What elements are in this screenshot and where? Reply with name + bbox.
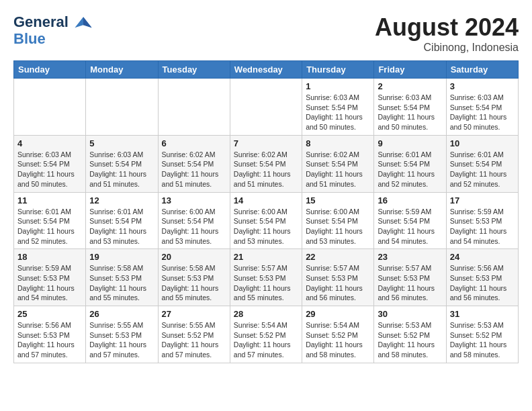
- day-info: Sunrise: 5:59 AM Sunset: 5:53 PM Dayligh…: [450, 207, 515, 246]
- day-number: 27: [162, 309, 226, 319]
- day-info: Sunrise: 6:01 AM Sunset: 5:54 PM Dayligh…: [378, 150, 442, 189]
- day-info: Sunrise: 6:00 AM Sunset: 5:54 PM Dayligh…: [306, 207, 370, 246]
- day-info: Sunrise: 6:02 AM Sunset: 5:54 PM Dayligh…: [162, 150, 226, 189]
- day-number: 13: [162, 195, 226, 205]
- day-number: 20: [162, 252, 226, 262]
- calendar-cell: 28Sunrise: 5:54 AM Sunset: 5:52 PM Dayli…: [230, 306, 302, 363]
- day-number: 18: [17, 252, 82, 262]
- calendar-cell: [158, 79, 230, 136]
- day-number: 3: [450, 81, 515, 91]
- day-number: 17: [450, 195, 515, 205]
- day-info: Sunrise: 6:03 AM Sunset: 5:54 PM Dayligh…: [378, 93, 442, 132]
- day-header-tuesday: Tuesday: [158, 61, 230, 79]
- day-number: 23: [378, 252, 442, 262]
- day-header-wednesday: Wednesday: [230, 61, 302, 79]
- day-info: Sunrise: 5:57 AM Sunset: 5:53 PM Dayligh…: [378, 263, 442, 303]
- calendar-cell: 2Sunrise: 6:03 AM Sunset: 5:54 PM Daylig…: [374, 79, 446, 136]
- calendar-cell: 20Sunrise: 5:58 AM Sunset: 5:53 PM Dayli…: [158, 249, 230, 306]
- day-number: 28: [234, 309, 298, 319]
- day-info: Sunrise: 6:03 AM Sunset: 5:54 PM Dayligh…: [450, 93, 515, 132]
- month-year: August 2024: [375, 13, 519, 42]
- day-number: 21: [234, 252, 298, 262]
- day-number: 2: [378, 81, 442, 91]
- calendar-cell: 4Sunrise: 6:03 AM Sunset: 5:54 PM Daylig…: [14, 135, 86, 192]
- day-info: Sunrise: 5:55 AM Sunset: 5:52 PM Dayligh…: [162, 320, 226, 360]
- day-info: Sunrise: 6:02 AM Sunset: 5:54 PM Dayligh…: [306, 150, 370, 189]
- calendar-week-row: 18Sunrise: 5:59 AM Sunset: 5:53 PM Dayli…: [14, 249, 519, 306]
- calendar-cell: 30Sunrise: 5:53 AM Sunset: 5:52 PM Dayli…: [374, 306, 446, 363]
- calendar-cell: 1Sunrise: 6:03 AM Sunset: 5:54 PM Daylig…: [302, 79, 374, 136]
- day-info: Sunrise: 5:58 AM Sunset: 5:53 PM Dayligh…: [89, 263, 154, 303]
- day-number: 24: [450, 252, 515, 262]
- day-number: 6: [162, 138, 226, 148]
- day-info: Sunrise: 5:57 AM Sunset: 5:53 PM Dayligh…: [234, 263, 298, 303]
- day-number: 31: [450, 309, 515, 319]
- day-number: 9: [378, 138, 442, 148]
- day-info: Sunrise: 6:03 AM Sunset: 5:54 PM Dayligh…: [306, 93, 370, 132]
- calendar-cell: 8Sunrise: 6:02 AM Sunset: 5:54 PM Daylig…: [302, 135, 374, 192]
- calendar-cell: 6Sunrise: 6:02 AM Sunset: 5:54 PM Daylig…: [158, 135, 230, 192]
- logo-line2: Blue: [13, 30, 46, 47]
- day-number: 29: [306, 309, 370, 319]
- day-info: Sunrise: 6:03 AM Sunset: 5:54 PM Dayligh…: [17, 150, 82, 189]
- day-number: 1: [306, 81, 370, 91]
- location: Cibinong, Indonesia: [375, 42, 519, 54]
- day-header-friday: Friday: [374, 61, 446, 79]
- svg-marker-1: [83, 17, 92, 28]
- calendar-cell: 14Sunrise: 6:00 AM Sunset: 5:54 PM Dayli…: [230, 192, 302, 249]
- calendar-week-row: 25Sunrise: 5:56 AM Sunset: 5:53 PM Dayli…: [14, 306, 519, 363]
- calendar-cell: 22Sunrise: 5:57 AM Sunset: 5:53 PM Dayli…: [302, 249, 374, 306]
- title-block: August 2024 Cibinong, Indonesia: [375, 13, 519, 54]
- calendar-cell: 7Sunrise: 6:02 AM Sunset: 5:54 PM Daylig…: [230, 135, 302, 192]
- day-number: 11: [17, 195, 82, 205]
- calendar-cell: 25Sunrise: 5:56 AM Sunset: 5:53 PM Dayli…: [14, 306, 86, 363]
- day-info: Sunrise: 5:54 AM Sunset: 5:52 PM Dayligh…: [234, 320, 298, 360]
- calendar-week-row: 11Sunrise: 6:01 AM Sunset: 5:54 PM Dayli…: [14, 192, 519, 249]
- calendar-cell: 27Sunrise: 5:55 AM Sunset: 5:52 PM Dayli…: [158, 306, 230, 363]
- calendar-cell: 9Sunrise: 6:01 AM Sunset: 5:54 PM Daylig…: [374, 135, 446, 192]
- day-info: Sunrise: 5:56 AM Sunset: 5:53 PM Dayligh…: [450, 263, 515, 303]
- calendar-cell: 10Sunrise: 6:01 AM Sunset: 5:54 PM Dayli…: [446, 135, 518, 192]
- day-info: Sunrise: 5:57 AM Sunset: 5:53 PM Dayligh…: [306, 263, 370, 303]
- calendar-week-row: 4Sunrise: 6:03 AM Sunset: 5:54 PM Daylig…: [14, 135, 519, 192]
- calendar-cell: 16Sunrise: 5:59 AM Sunset: 5:54 PM Dayli…: [374, 192, 446, 249]
- day-info: Sunrise: 5:54 AM Sunset: 5:52 PM Dayligh…: [306, 320, 370, 360]
- calendar-cell: 13Sunrise: 6:00 AM Sunset: 5:54 PM Dayli…: [158, 192, 230, 249]
- day-number: 14: [234, 195, 298, 205]
- day-info: Sunrise: 5:56 AM Sunset: 5:53 PM Dayligh…: [17, 320, 82, 360]
- day-number: 15: [306, 195, 370, 205]
- day-number: 26: [89, 309, 154, 319]
- calendar-cell: 23Sunrise: 5:57 AM Sunset: 5:53 PM Dayli…: [374, 249, 446, 306]
- day-info: Sunrise: 5:58 AM Sunset: 5:53 PM Dayligh…: [162, 263, 226, 303]
- calendar-cell: 24Sunrise: 5:56 AM Sunset: 5:53 PM Dayli…: [446, 249, 518, 306]
- day-info: Sunrise: 6:01 AM Sunset: 5:54 PM Dayligh…: [450, 150, 515, 189]
- logo-bird-icon: [74, 13, 93, 32]
- calendar-cell: 26Sunrise: 5:55 AM Sunset: 5:53 PM Dayli…: [86, 306, 158, 363]
- calendar-table: SundayMondayTuesdayWednesdayThursdayFrid…: [13, 60, 519, 363]
- calendar-header-row: SundayMondayTuesdayWednesdayThursdayFrid…: [14, 61, 519, 79]
- day-header-sunday: Sunday: [14, 61, 86, 79]
- logo-line1: General: [13, 13, 69, 30]
- calendar-cell: [14, 79, 86, 136]
- day-number: 12: [89, 195, 154, 205]
- calendar-cell: 5Sunrise: 6:03 AM Sunset: 5:54 PM Daylig…: [86, 135, 158, 192]
- calendar-cell: 15Sunrise: 6:00 AM Sunset: 5:54 PM Dayli…: [302, 192, 374, 249]
- day-info: Sunrise: 6:00 AM Sunset: 5:54 PM Dayligh…: [162, 207, 226, 246]
- calendar-cell: 12Sunrise: 6:01 AM Sunset: 5:54 PM Dayli…: [86, 192, 158, 249]
- day-number: 25: [17, 309, 82, 319]
- day-header-thursday: Thursday: [302, 61, 374, 79]
- calendar-cell: 31Sunrise: 5:53 AM Sunset: 5:52 PM Dayli…: [446, 306, 518, 363]
- calendar-cell: 19Sunrise: 5:58 AM Sunset: 5:53 PM Dayli…: [86, 249, 158, 306]
- day-number: 4: [17, 138, 82, 148]
- calendar-cell: 21Sunrise: 5:57 AM Sunset: 5:53 PM Dayli…: [230, 249, 302, 306]
- day-number: 19: [89, 252, 154, 262]
- day-info: Sunrise: 6:00 AM Sunset: 5:54 PM Dayligh…: [234, 207, 298, 246]
- day-info: Sunrise: 6:02 AM Sunset: 5:54 PM Dayligh…: [234, 150, 298, 189]
- day-info: Sunrise: 5:53 AM Sunset: 5:52 PM Dayligh…: [450, 320, 515, 360]
- day-info: Sunrise: 6:01 AM Sunset: 5:54 PM Dayligh…: [89, 207, 154, 246]
- day-header-saturday: Saturday: [446, 61, 518, 79]
- day-number: 7: [234, 138, 298, 148]
- logo: General Blue: [13, 13, 93, 47]
- day-header-monday: Monday: [86, 61, 158, 79]
- day-info: Sunrise: 5:55 AM Sunset: 5:53 PM Dayligh…: [89, 320, 154, 360]
